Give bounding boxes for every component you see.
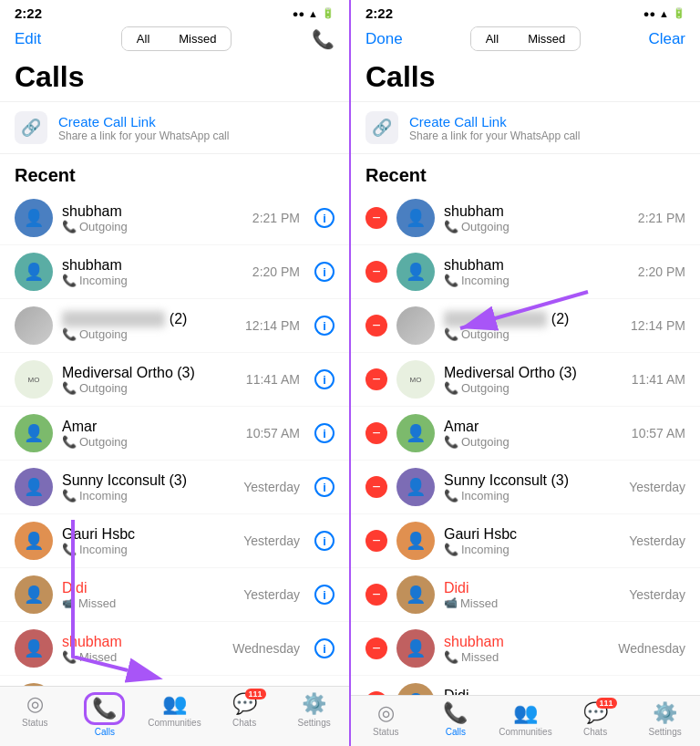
tab-chats-right[interactable]: 💬 111 Chats xyxy=(561,701,631,737)
tab-calls-left[interactable]: 📞 Calls xyxy=(70,692,140,737)
nav-bar-right: Done All Missed Clear xyxy=(351,23,700,57)
clear-button[interactable]: Clear xyxy=(648,30,685,48)
call-time: 10:57 AM xyxy=(246,426,300,440)
call-time: Yesterday xyxy=(243,587,300,602)
chats-label: Chats xyxy=(583,727,607,737)
call-item[interactable]: − ██████████ (2) 📞 Outgoing 12:14 PM xyxy=(351,299,700,353)
call-item[interactable]: 👤 Didi 📞 Incoming Wednesday i xyxy=(0,676,349,686)
call-item[interactable]: MO Mediversal Ortho (3) 📞 Outgoing 11:41… xyxy=(0,353,349,407)
avatar: 👤 xyxy=(396,522,435,560)
delete-button[interactable]: − xyxy=(365,476,387,498)
delete-button[interactable]: − xyxy=(365,530,387,552)
call-type: 📞 Outgoing xyxy=(444,327,622,341)
call-item[interactable]: − 👤 shubham 📞 Missed Wednesday xyxy=(351,622,700,676)
recent-header-right: Recent xyxy=(351,154,700,192)
call-name: shubham xyxy=(62,634,223,650)
call-item[interactable]: 👤 shubham 📞 Outgoing 2:21 PM i xyxy=(0,192,349,245)
info-button[interactable]: i xyxy=(314,531,335,551)
info-button[interactable]: i xyxy=(314,638,335,658)
right-panel: 2:22 ●● ▲ 🔋 Done All Missed Clear Calls … xyxy=(351,0,700,746)
call-item[interactable]: 👤 Sunny Icconsult (3) 📞 Incoming Yesterd… xyxy=(0,461,349,514)
seg-all-right[interactable]: All xyxy=(471,27,513,50)
link-icon-left: 🔗 xyxy=(15,111,47,144)
call-type: 📞 Incoming xyxy=(62,543,234,556)
tab-status-left[interactable]: ◎ Status xyxy=(0,692,70,737)
info-button[interactable]: i xyxy=(314,369,335,389)
delete-button[interactable]: − xyxy=(365,368,387,390)
tab-communities-left[interactable]: 👥 Communities xyxy=(139,692,210,737)
avatar: 👤 xyxy=(15,199,53,237)
info-button[interactable]: i xyxy=(314,316,335,336)
avatar: 👤 xyxy=(15,629,53,668)
call-name: Gauri Hsbc xyxy=(62,526,234,543)
new-call-icon[interactable]: 📞 xyxy=(312,28,335,50)
done-button[interactable]: Done xyxy=(365,30,403,48)
call-item[interactable]: − 👤 shubham 📞 Outgoing 2:21 PM xyxy=(351,192,700,245)
link-title-left: Create Call Link xyxy=(58,114,229,130)
tab-calls-right[interactable]: 📞 Calls xyxy=(421,701,491,737)
call-item[interactable]: − 👤 Sunny Icconsult (3) 📞 Incoming Yeste… xyxy=(351,461,700,514)
avatar: 👤 xyxy=(396,468,435,506)
settings-label: Settings xyxy=(649,727,682,737)
tab-settings-left[interactable]: ⚙️ Settings xyxy=(279,692,349,737)
call-type: 📞 Outgoing xyxy=(62,435,237,449)
tab-status-right[interactable]: ◎ Status xyxy=(351,701,421,737)
call-item[interactable]: − 👤 Didi 📹 Missed Yesterday xyxy=(351,568,700,622)
call-time: 12:14 PM xyxy=(631,318,685,333)
status-label: Status xyxy=(22,718,47,728)
delete-button[interactable]: − xyxy=(365,261,387,283)
delete-button[interactable]: − xyxy=(365,207,387,229)
info-button[interactable]: i xyxy=(314,423,335,443)
call-list-left: 👤 shubham 📞 Outgoing 2:21 PM i 👤 shubham… xyxy=(0,192,349,686)
delete-button[interactable]: − xyxy=(365,584,387,606)
call-item[interactable]: 👤 shubham 📞 Missed Wednesday i xyxy=(0,622,349,676)
tab-chats-left[interactable]: 💬 111 Chats xyxy=(210,692,280,737)
delete-button[interactable]: − xyxy=(365,637,387,659)
left-panel: 2:22 ●● ▲ 🔋 Edit All Missed 📞 Calls 🔗 Cr… xyxy=(0,0,349,746)
call-time: Wednesday xyxy=(618,641,685,656)
info-button[interactable]: i xyxy=(314,262,335,282)
link-icon-right: 🔗 xyxy=(365,111,398,144)
call-item[interactable]: ██████████ (2) 📞 Outgoing 12:14 PM i xyxy=(0,299,349,353)
seg-missed-right[interactable]: Missed xyxy=(513,27,580,50)
calls-label: Calls xyxy=(95,727,115,737)
status-icon: ◎ xyxy=(377,701,395,725)
seg-all-left[interactable]: All xyxy=(122,27,164,50)
avatar: 👤 xyxy=(396,414,435,452)
tab-settings-right[interactable]: ⚙️ Settings xyxy=(630,701,700,737)
create-call-link-left[interactable]: 🔗 Create Call Link Share a link for your… xyxy=(0,101,349,154)
info-button[interactable]: i xyxy=(314,208,335,228)
call-name: shubham xyxy=(62,203,243,220)
communities-label: Communities xyxy=(499,727,551,737)
call-item[interactable]: − 👤 Didi 📞 Incoming Wednesday xyxy=(351,676,700,695)
call-name: Didi xyxy=(444,688,609,696)
avatar: MO xyxy=(396,360,435,399)
call-item[interactable]: 👤 shubham 📞 Incoming 2:20 PM i xyxy=(0,245,349,299)
call-item[interactable]: 👤 Gauri Hsbc 📞 Incoming Yesterday i xyxy=(0,514,349,568)
avatar: 👤 xyxy=(15,253,53,291)
edit-button[interactable]: Edit xyxy=(15,30,41,48)
call-name: Mediversal Ortho (3) xyxy=(62,365,237,381)
info-button[interactable]: i xyxy=(314,585,335,605)
call-type: 📞 Incoming xyxy=(444,489,620,503)
call-time: 2:20 PM xyxy=(638,264,685,279)
delete-button[interactable]: − xyxy=(365,422,387,444)
create-call-link-right[interactable]: 🔗 Create Call Link Share a link for your… xyxy=(351,101,700,154)
nav-bar-left: Edit All Missed 📞 xyxy=(0,23,349,57)
calls-icon: 📞 xyxy=(443,701,468,725)
tab-communities-right[interactable]: 👥 Communities xyxy=(490,701,561,737)
call-item[interactable]: − 👤 shubham 📞 Incoming 2:20 PM xyxy=(351,245,700,299)
call-item[interactable]: 👤 Didi 📹 Missed Yesterday i xyxy=(0,568,349,622)
call-name: shubham xyxy=(62,257,243,274)
delete-button[interactable]: − xyxy=(365,691,387,695)
call-item[interactable]: − MO Mediversal Ortho (3) 📞 Outgoing 11:… xyxy=(351,353,700,407)
seg-missed-left[interactable]: Missed xyxy=(164,27,231,50)
call-item[interactable]: 👤 Amar 📞 Outgoing 10:57 AM i xyxy=(0,407,349,461)
settings-label: Settings xyxy=(298,718,331,728)
info-button[interactable]: i xyxy=(314,477,335,497)
call-item[interactable]: − 👤 Amar 📞 Outgoing 10:57 AM xyxy=(351,407,700,461)
avatar: MO xyxy=(15,360,53,399)
call-item[interactable]: − 👤 Gauri Hsbc 📞 Incoming Yesterday xyxy=(351,514,700,568)
delete-button[interactable]: − xyxy=(365,315,387,337)
segment-control-right: All Missed xyxy=(470,26,582,51)
